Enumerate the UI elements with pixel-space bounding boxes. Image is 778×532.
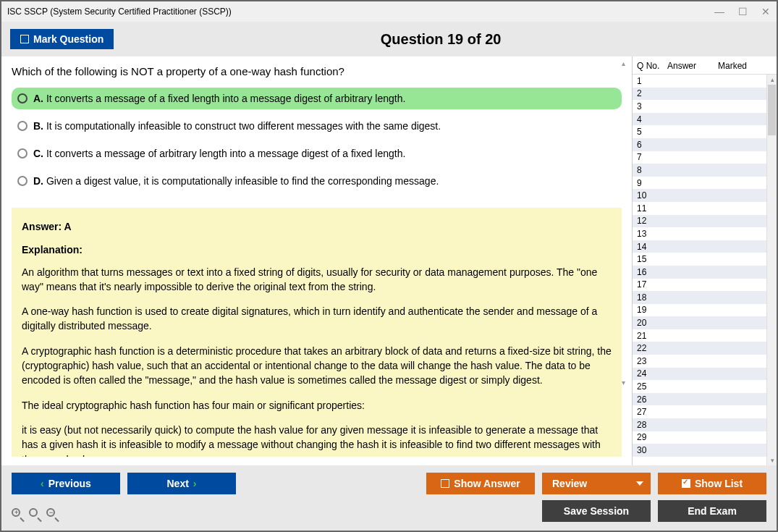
option-b[interactable]: B. It is computationally infeasible to c…: [12, 115, 622, 137]
question-list-row[interactable]: 12: [633, 215, 777, 228]
question-list-row[interactable]: 5: [633, 125, 777, 138]
question-list-row[interactable]: 9: [633, 177, 777, 190]
question-list-row[interactable]: 7: [633, 151, 777, 164]
row-number: 10: [637, 190, 667, 200]
question-list-row[interactable]: 11: [633, 202, 777, 215]
zoom-out-icon[interactable]: −: [46, 508, 59, 521]
app-window: ISC SSCP (System Security Certified Prac…: [0, 0, 778, 532]
show-list-button[interactable]: Show List: [658, 473, 766, 494]
question-list-row[interactable]: 10: [633, 189, 777, 202]
question-list[interactable]: 1234567891011121314151617181920212223242…: [633, 75, 777, 465]
explanation-paragraph: it is easy (but not necessarily quick) t…: [22, 423, 612, 457]
scroll-up-icon[interactable]: ▴: [767, 75, 777, 85]
row-number: 9: [637, 178, 667, 188]
end-exam-label: End Exam: [688, 505, 737, 517]
question-list-row[interactable]: 27: [633, 405, 777, 418]
row-number: 14: [637, 242, 667, 252]
option-text: B. It is computationally infeasible to c…: [33, 120, 441, 132]
checkbox-icon: [441, 479, 449, 488]
question-list-row[interactable]: 4: [633, 113, 777, 126]
save-session-button[interactable]: Save Session: [542, 500, 651, 522]
question-list-row[interactable]: 16: [633, 266, 777, 279]
explanation-text: An algorithm that turns messages or text…: [22, 265, 612, 457]
scroll-up-icon[interactable]: ▴: [622, 59, 629, 67]
question-list-row[interactable]: 28: [633, 418, 777, 431]
question-list-row[interactable]: 24: [633, 368, 777, 381]
top-toolbar: Mark Question Question 19 of 20: [1, 22, 777, 56]
col-answer: Answer: [667, 61, 718, 71]
row-number: 6: [637, 140, 667, 150]
question-list-row[interactable]: 1: [633, 75, 777, 88]
button-row: ‹ Previous Next › Show Answer Review Sho…: [12, 473, 766, 494]
row-number: 16: [637, 267, 667, 277]
row-number: 24: [637, 368, 667, 379]
maximize-icon[interactable]: ☐: [737, 7, 748, 17]
row-number: 29: [637, 432, 667, 442]
question-list-row[interactable]: 26: [633, 393, 777, 406]
row-number: 1: [637, 76, 667, 86]
mark-question-label: Mark Question: [33, 33, 103, 45]
review-button[interactable]: Review: [542, 473, 651, 494]
row-number: 13: [637, 229, 667, 239]
question-list-row[interactable]: 30: [633, 444, 777, 457]
option-c[interactable]: C. It converts a message of arbitrary le…: [12, 143, 622, 164]
option-text: A. It converts a message of a fixed leng…: [33, 93, 405, 104]
radio-icon: [17, 121, 28, 131]
question-list-row[interactable]: 20: [633, 316, 777, 329]
row-number: 20: [637, 318, 667, 328]
question-list-row[interactable]: 2: [633, 88, 777, 101]
question-list-row[interactable]: 17: [633, 279, 777, 292]
show-answer-label: Show Answer: [454, 478, 520, 489]
scroll-thumb[interactable]: [768, 85, 776, 135]
mark-question-button[interactable]: Mark Question: [10, 29, 114, 49]
answer-title: Answer: A: [22, 219, 612, 234]
option-a[interactable]: A. It converts a message of a fixed leng…: [12, 88, 622, 109]
question-counter: Question 19 of 20: [114, 31, 768, 48]
radio-icon: [17, 93, 28, 104]
bottom-toolbar: ‹ Previous Next › Show Answer Review Sho…: [1, 465, 777, 531]
option-d[interactable]: D. Given a digest value, it is computati…: [12, 170, 622, 192]
scroll-down-icon[interactable]: ▾: [622, 379, 629, 386]
row-number: 3: [637, 101, 667, 111]
window-controls: — ☐ ✕: [714, 7, 771, 17]
button-row-2: + − Save Session End Exam: [12, 500, 766, 522]
question-list-row[interactable]: 18: [633, 291, 777, 304]
checkbox-icon: [20, 35, 29, 43]
scrollbar[interactable]: ▴ ▾: [766, 75, 777, 465]
question-list-row[interactable]: 25: [633, 380, 777, 393]
row-number: 23: [637, 356, 667, 366]
row-number: 19: [637, 305, 667, 315]
previous-button[interactable]: ‹ Previous: [12, 473, 120, 494]
chevron-right-icon: ›: [193, 478, 197, 489]
minimize-icon[interactable]: —: [714, 7, 724, 17]
question-list-row[interactable]: 22: [633, 342, 777, 355]
question-list-row[interactable]: 14: [633, 240, 777, 253]
question-list-row[interactable]: 3: [633, 100, 777, 113]
chevron-left-icon: ‹: [41, 478, 44, 489]
radio-icon: [17, 176, 28, 186]
zoom-in-icon[interactable]: +: [12, 508, 25, 521]
question-list-row[interactable]: 13: [633, 227, 777, 240]
col-marked: Marked: [718, 61, 774, 71]
window-title: ISC SSCP (System Security Certified Prac…: [7, 7, 714, 17]
explanation-paragraph: A one-way hash function is used to creat…: [22, 304, 612, 334]
content-body: ▴ Which of the following is NOT a proper…: [1, 56, 777, 465]
scroll-down-icon[interactable]: ▾: [767, 455, 777, 465]
close-icon[interactable]: ✕: [761, 7, 771, 17]
zoom-reset-icon[interactable]: [29, 508, 42, 521]
question-list-row[interactable]: 8: [633, 164, 777, 177]
row-number: 7: [637, 152, 667, 162]
question-list-row[interactable]: 15: [633, 253, 777, 266]
row-number: 8: [637, 165, 667, 175]
col-qno: Q No.: [637, 61, 667, 71]
question-list-row[interactable]: 23: [633, 355, 777, 368]
question-list-row[interactable]: 21: [633, 329, 777, 342]
explanation-label: Explanation:: [22, 242, 612, 257]
end-exam-button[interactable]: End Exam: [658, 500, 766, 522]
question-prompt: Which of the following is NOT a property…: [12, 65, 622, 77]
question-list-row[interactable]: 29: [633, 431, 777, 444]
show-answer-button[interactable]: Show Answer: [426, 473, 535, 494]
question-list-row[interactable]: 19: [633, 304, 777, 317]
next-button[interactable]: Next ›: [127, 473, 236, 494]
question-list-row[interactable]: 6: [633, 138, 777, 151]
